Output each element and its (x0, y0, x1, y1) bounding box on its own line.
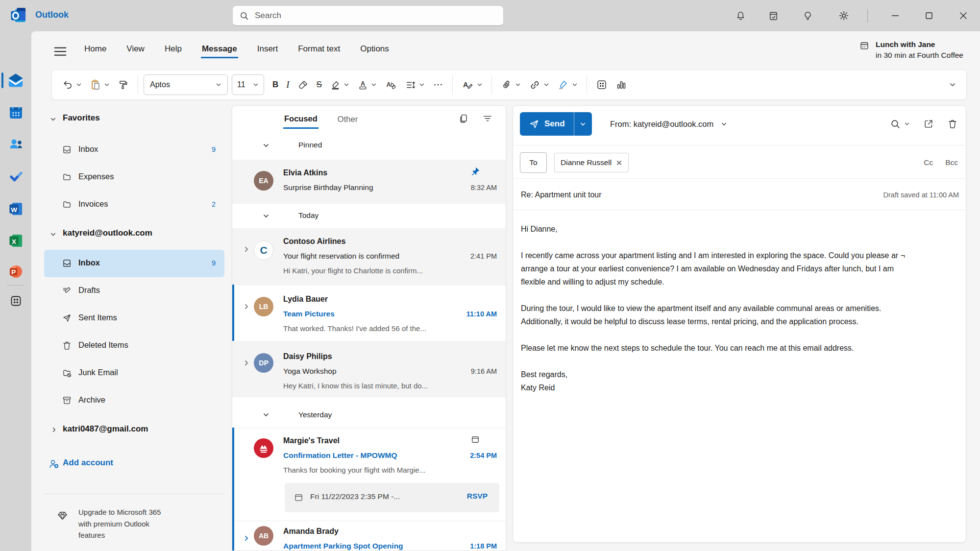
font-color-button[interactable]: A (354, 74, 380, 95)
strikethrough-button[interactable]: S (313, 74, 325, 95)
brush-button[interactable] (294, 74, 312, 95)
section-today[interactable]: Today (232, 204, 506, 229)
my-day-button[interactable] (763, 6, 783, 25)
recipient-chip[interactable]: Dianne Russell (554, 153, 629, 172)
message-row-elvia[interactable]: EA Elvia Atkins Surprise Birthday Planni… (232, 160, 506, 204)
line-spacing-button[interactable] (402, 74, 428, 95)
close-button[interactable] (954, 6, 973, 25)
search-input[interactable] (254, 10, 481, 21)
tab-insert[interactable]: Insert (256, 40, 279, 57)
signature-button[interactable] (554, 74, 581, 95)
sidebar-item-drafts[interactable]: Drafts (31, 277, 232, 305)
folder-label: Junk Email (78, 368, 118, 377)
subject-field[interactable]: Re: Apartment unit tour (521, 184, 602, 206)
insert-apps-button[interactable] (592, 74, 611, 95)
send-icon (529, 119, 539, 129)
search-box[interactable] (232, 5, 504, 26)
tab-focused[interactable]: Focused (283, 109, 318, 129)
section-pinned[interactable]: Pinned (232, 131, 506, 160)
expand-chevron-icon[interactable] (243, 303, 250, 310)
rail-more-apps-button[interactable] (6, 290, 25, 311)
rsvp-button[interactable]: RSVP (467, 492, 488, 501)
sidebar-item-expenses[interactable]: Expenses (31, 164, 232, 191)
notifications-button[interactable] (731, 6, 750, 25)
send-button[interactable]: Send (520, 112, 574, 136)
rail-excel-button[interactable]: X (6, 230, 25, 251)
rail-calendar-button[interactable] (6, 101, 25, 123)
sidebar-item-sent[interactable]: Sent Items (31, 305, 232, 332)
bcc-button[interactable]: Bcc (945, 158, 958, 167)
account-header-gmail[interactable]: katri0487@gmail.com (31, 416, 232, 444)
rail-powerpoint-button[interactable]: P (6, 261, 25, 282)
insert-link-button[interactable] (525, 74, 553, 95)
sidebar-item-deleted[interactable]: Deleted Items (31, 332, 232, 359)
unread-count: 2 (212, 200, 216, 208)
rail-todo-button[interactable] (6, 165, 25, 187)
avatar: EA (254, 171, 273, 191)
settings-button[interactable] (834, 6, 854, 25)
premium-diamond-icon (57, 510, 68, 521)
font-size-select[interactable]: 11 (232, 74, 264, 95)
attach-file-button[interactable] (497, 74, 524, 95)
rail-word-button[interactable]: W (6, 198, 25, 219)
from-selector[interactable]: From: katyreid@outlook.com (610, 112, 727, 136)
sidebar-item-archive[interactable]: Archive (31, 387, 232, 414)
cc-button[interactable]: Cc (924, 158, 933, 167)
conversation-view-icon[interactable] (458, 113, 469, 124)
add-account-button[interactable]: Add account (31, 450, 232, 478)
chevron-down-icon (477, 82, 483, 88)
insert-poll-button[interactable] (612, 74, 631, 95)
message-sender: Amanda Brady (283, 527, 339, 536)
rail-divider (7, 285, 24, 286)
event-reminder[interactable]: Lunch with Jane in 30 min at Fourth Coff… (859, 39, 963, 61)
word-icon: W (8, 201, 24, 216)
message-body-editor[interactable]: Hi Dianne, I recently came across your a… (521, 222, 960, 394)
minimize-button[interactable] (885, 6, 905, 25)
expand-chevron-icon[interactable] (243, 246, 250, 253)
maximize-button[interactable] (919, 6, 939, 25)
message-row-daisy[interactable]: DP Daisy Philips Yoga Workshop Hey Katri… (232, 341, 506, 398)
clear-formatting-button[interactable]: Ab (381, 74, 401, 95)
section-yesterday[interactable]: Yesterday (232, 397, 506, 428)
remove-recipient-icon[interactable] (616, 160, 622, 166)
sidebar-item-junk[interactable]: Junk Email (31, 359, 232, 387)
italic-button[interactable]: I (283, 74, 293, 95)
rail-mail-button[interactable] (6, 70, 25, 91)
powerpoint-icon: P (8, 264, 24, 279)
maximize-icon (923, 10, 935, 22)
styles-button[interactable]: A (458, 74, 486, 95)
tips-button[interactable] (798, 6, 817, 25)
to-button[interactable]: To (520, 152, 547, 173)
message-time: 1:18 PM (470, 542, 497, 550)
account-header-outlook[interactable]: katyreid@outlook.com (31, 220, 232, 248)
message-row-lydia[interactable]: LB Lydia Bauer Team Pictures That worked… (232, 285, 506, 341)
favorites-header[interactable]: Favorites (31, 105, 232, 133)
message-row-amanda[interactable]: AB Amanda Brady Apartment Parking Spot O… (232, 521, 506, 551)
tab-format-text[interactable]: Format text (297, 40, 341, 57)
zoom-button[interactable] (890, 119, 910, 129)
sidebar-item-invoices[interactable]: Invoices 2 (31, 191, 232, 218)
sidebar-item-fav-inbox[interactable]: Inbox 9 (31, 136, 232, 164)
message-subject: Yoga Workshop (283, 367, 337, 376)
filter-icon[interactable] (482, 113, 493, 124)
upgrade-text: Upgrade to Microsoft 365 with premium Ou… (78, 506, 191, 541)
chevron-down-icon (371, 82, 377, 88)
message-row-margie[interactable]: Margie's Travel Confirmation Letter - MP… (232, 428, 506, 521)
discard-draft-button[interactable] (947, 119, 958, 129)
tab-other[interactable]: Other (337, 109, 359, 128)
expand-chevron-icon[interactable] (243, 359, 250, 366)
bold-button[interactable]: B (269, 74, 282, 95)
rail-people-button[interactable] (6, 133, 25, 155)
more-formatting-button[interactable] (429, 74, 447, 95)
signature-pen-icon (557, 79, 569, 91)
message-row-contoso[interactable]: C Contoso Airlines Your flight reservati… (232, 228, 506, 285)
expand-chevron-icon[interactable] (243, 535, 250, 542)
tab-options[interactable]: Options (359, 40, 390, 57)
app-title: Outlook (35, 10, 69, 20)
open-in-new-window-button[interactable] (923, 119, 934, 129)
highlight-button[interactable] (326, 74, 353, 95)
sidebar-item-inbox-selected[interactable]: Inbox 9 (31, 250, 232, 277)
trash-icon (947, 119, 958, 129)
send-options-button[interactable] (574, 112, 592, 136)
collapse-toolbar-button[interactable] (946, 74, 959, 95)
